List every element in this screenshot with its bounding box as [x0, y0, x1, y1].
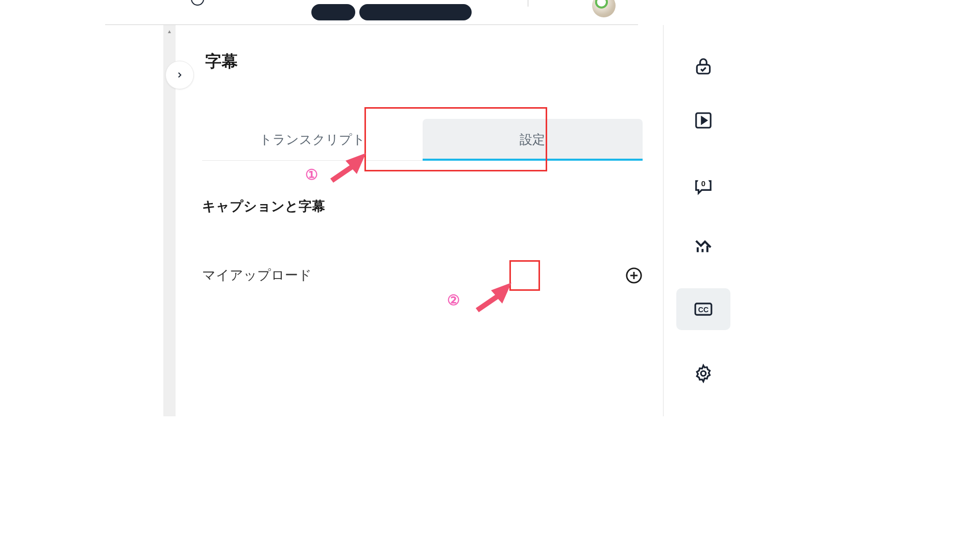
my-uploads-label: マイアップロード	[202, 266, 312, 284]
top-divider	[528, 0, 528, 7]
panel-collapse-button[interactable]	[165, 61, 194, 89]
add-upload-button[interactable]	[625, 267, 643, 284]
sidebar-privacy[interactable]	[693, 56, 714, 77]
tab-transcript[interactable]: トランスクリプト	[202, 119, 423, 160]
tab-underline	[423, 159, 643, 161]
top-button-1[interactable]	[311, 4, 355, 20]
sidebar-player[interactable]	[693, 110, 714, 131]
gear-icon	[694, 364, 713, 383]
top-bar	[0, 0, 743, 24]
analytics-icon	[694, 235, 713, 255]
svg-text:CC: CC	[698, 306, 709, 314]
scroll-up-icon[interactable]: ▲	[163, 25, 176, 37]
comment-count-badge: 0	[697, 178, 709, 189]
svg-marker-5	[702, 117, 707, 124]
right-sidebar: 0 CC	[664, 25, 743, 416]
main-panel: 字幕 トランスクリプト 設定 キャプションと字幕 マイアップロード	[176, 25, 664, 416]
sidebar-cc[interactable]: CC	[676, 288, 730, 330]
my-uploads-row: マイアップロード	[202, 266, 643, 284]
captions-section-title: キャプションと字幕	[202, 197, 643, 215]
tab-bar: トランスクリプト 設定	[202, 119, 643, 161]
svg-point-12	[701, 371, 706, 376]
info-icon[interactable]	[191, 0, 204, 6]
plus-circle-icon	[625, 267, 643, 284]
sidebar-comments[interactable]: 0	[693, 164, 714, 202]
sidebar-settings[interactable]	[693, 363, 714, 384]
cc-icon: CC	[694, 299, 713, 319]
avatar[interactable]	[592, 0, 616, 17]
sidebar-analytics[interactable]	[693, 234, 714, 256]
tab-settings[interactable]: 設定	[423, 119, 643, 160]
chevron-right-icon	[175, 70, 184, 80]
lock-icon	[694, 57, 713, 76]
play-square-icon	[694, 111, 713, 130]
page-title: 字幕	[205, 51, 643, 73]
top-button-2[interactable]	[359, 4, 472, 20]
